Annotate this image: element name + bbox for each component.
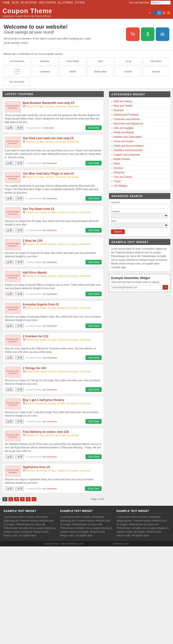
category-item-8[interactable]: Hobbies and Collectables	[111, 135, 168, 139]
view-deal-btn-4[interactable]: View Deal	[86, 228, 102, 232]
coupon-comments-10[interactable]: No Comments	[43, 420, 57, 423]
coupon-title-3[interactable]: Our Blue Anal Intro Finger is now £5	[23, 172, 102, 175]
coupon-title-8[interactable]: 2 Knickers for £12	[23, 334, 102, 338]
vote-down-10[interactable]: ▼ 0	[15, 419, 24, 424]
vote-up-6[interactable]: ▲ 0	[5, 292, 14, 296]
newsletter-email-input[interactable]	[111, 285, 162, 290]
vote-up-11[interactable]: ▲ 0	[5, 454, 14, 459]
coupon-comments-4[interactable]: No Comments	[43, 229, 57, 232]
category-item-17[interactable]: Toys and Games	[111, 175, 168, 179]
view-deal-btn-6[interactable]: View Deal	[86, 292, 102, 296]
coupon-comments-1[interactable]: 1 Comment	[43, 127, 54, 129]
view-deal-btn-3[interactable]: View Deal	[86, 196, 102, 201]
coupon-thumb-9[interactable]: more from Ann Summers	[5, 366, 21, 378]
coupon-comments-8[interactable]: No Comments	[43, 356, 57, 359]
nav-extras[interactable]: EXTRAS	[75, 1, 85, 4]
search-button[interactable]: Search	[111, 230, 125, 234]
coupon-thumb-7[interactable]: more from Ann Summers	[5, 303, 21, 314]
twitter-icon[interactable]: t	[157, 11, 161, 15]
vote-up-12[interactable]: ▲ 0	[5, 486, 14, 491]
coupon-title-6[interactable]: Half Price Wands	[23, 271, 102, 274]
store-select[interactable]	[111, 223, 168, 228]
category-item-5[interactable]: Electronics and Appliances	[111, 122, 168, 126]
category-item-6[interactable]: Gifts and Gadgets	[111, 126, 168, 130]
vote-up-9[interactable]: ▲ 0	[5, 387, 14, 392]
coupon-title-1[interactable]: Bow Boudoir Handcuffs now only £5	[23, 101, 102, 105]
coupon-comments-2[interactable]: No Comments	[43, 162, 57, 164]
category-item-14[interactable]: Music	[111, 162, 168, 166]
view-deal-btn-2[interactable]: View Deal	[86, 161, 102, 166]
coupon-title-12[interactable]: Nightshirts from £5	[23, 466, 102, 469]
vote-down-11[interactable]: ▼ 0	[15, 454, 24, 459]
store-dino-direct[interactable]: Dino Direct	[143, 57, 169, 65]
vote-up-8[interactable]: ▲ 0	[5, 355, 14, 360]
category-item-19[interactable]: UK Holidays	[111, 184, 168, 188]
page-btn-1[interactable]: 1	[3, 497, 8, 501]
view-deal-btn-10[interactable]: View Deal	[86, 419, 102, 424]
view-deal-btn-11[interactable]: View Deal	[86, 454, 102, 459]
store-amari-hotels[interactable]: Amari Hotels	[59, 57, 86, 65]
keyword-input[interactable]	[111, 204, 168, 209]
coupon-title-7[interactable]: Everyday lingerie from £2	[23, 303, 102, 306]
vote-up-7[interactable]: ▲ 0	[5, 324, 14, 328]
coupon-title-5[interactable]: 2 Bras for £25	[23, 239, 102, 242]
vote-down-5[interactable]: ▼ 0	[15, 260, 24, 264]
coupon-thumb-1[interactable]: more from Ann Summers	[5, 101, 21, 112]
page-btn-5[interactable]: 5	[26, 497, 31, 501]
vote-up-10[interactable]: ▲ 0	[5, 419, 14, 424]
view-deal-btn-8[interactable]: View Deal	[86, 355, 102, 360]
store-brantano[interactable]: Brantano	[32, 57, 58, 65]
coupon-title-10[interactable]: Buy 1 get 1 half price Hosiery	[23, 398, 102, 402]
category-item-2[interactable]: Business	[111, 108, 168, 112]
category-item-3[interactable]: Clothing and Footwear	[111, 112, 168, 117]
category-item-11[interactable]: Jewellery and Accessories	[111, 148, 168, 152]
vote-down-1[interactable]: ▼ 0	[15, 126, 24, 130]
category-item-1[interactable]: Baby and Toddler	[111, 104, 168, 108]
category-item-9[interactable]: Home and Garden	[111, 139, 168, 144]
store-bouf[interactable]: Bouf	[87, 57, 114, 65]
store-365ink[interactable]: 365ink	[59, 66, 86, 76]
coupon-thumb-8[interactable]: more from Ann Summers	[5, 334, 21, 346]
coupon-thumb-11[interactable]: more from Ann Summers	[5, 430, 21, 441]
view-deal-btn-5[interactable]: View Deal	[86, 260, 102, 264]
category-item-10[interactable]: Hotels and Accommodation	[111, 144, 168, 148]
coupon-thumb-4[interactable]: more from Ann Summers	[5, 207, 21, 218]
coupon-thumb-2[interactable]: more from Ann Summers	[5, 136, 21, 148]
category-item-13[interactable]: Mobile Phones	[111, 157, 168, 162]
coupon-title-9[interactable]: 2 Strings for £10	[23, 366, 102, 370]
store-be-live-hotels[interactable]: Be Live Hotels	[4, 78, 30, 86]
vote-down-3[interactable]: ▼ 0	[15, 196, 24, 201]
vote-down-9[interactable]: ▼ 0	[15, 387, 24, 392]
coupon-title-11[interactable]: Free Delivery on orders over £30	[23, 430, 102, 434]
coupon-comments-9[interactable]: No Comments	[43, 388, 57, 391]
store-castaluna[interactable]: Castaluna	[32, 66, 58, 76]
coupon-thumb-10[interactable]: more from Ann Summers	[5, 398, 21, 410]
page-btn-2[interactable]: 2	[9, 497, 13, 501]
coupon-thumb-12[interactable]: more from Ann Summers	[5, 466, 21, 476]
coupon-comments-3[interactable]: No Comments	[43, 197, 57, 200]
vote-up-1[interactable]: ▲ 0	[5, 126, 14, 130]
coupon-comments-6[interactable]: No Comments	[43, 293, 57, 295]
store-build-a-bear[interactable]: Build-a-Bear	[87, 66, 114, 76]
category-item-4[interactable]: Computers and Internet	[111, 117, 168, 122]
nav-all-stores[interactable]: ALL STORES	[58, 1, 73, 4]
rss-icon[interactable]: R	[166, 11, 170, 15]
coupon-comments-11[interactable]: No Comments	[43, 456, 57, 458]
newsletter-submit-btn[interactable]: →	[163, 285, 168, 290]
vote-up-3[interactable]: ▲ 0	[5, 196, 14, 201]
vote-down-7[interactable]: ▼ 0	[15, 324, 24, 328]
category-item-0[interactable]: Adult and Dating	[111, 99, 168, 104]
vote-down-8[interactable]: ▼ 0	[15, 355, 24, 360]
view-deal-btn-9[interactable]: View Deal	[86, 387, 102, 392]
vote-down-2[interactable]: ▼ 0	[15, 161, 24, 166]
vote-down-12[interactable]: ▼ 0	[15, 486, 24, 491]
page-btn-next[interactable]: »	[32, 497, 37, 501]
store-coop[interactable]: Co-op	[115, 57, 142, 65]
coupon-thumb-3[interactable]: more from Ann Summers	[5, 172, 21, 183]
coupon-comments-12[interactable]: No Comments	[43, 488, 57, 490]
category-item-15[interactable]: Services	[111, 166, 168, 170]
store-cornish[interactable]: Cornish	[115, 66, 142, 76]
category-item-7[interactable]: Health and Beauty	[111, 130, 168, 135]
view-deal-btn-1[interactable]: View Deal	[86, 126, 102, 130]
coupon-title-2[interactable]: Our Pink Love balls are now only £5	[23, 136, 102, 140]
